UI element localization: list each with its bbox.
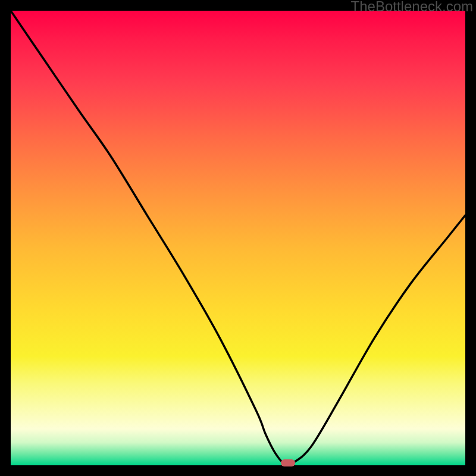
curve-path [11, 11, 465, 465]
plot-area [11, 11, 465, 465]
bottleneck-curve [11, 11, 465, 465]
watermark-text: TheBottleneck.com [351, 0, 473, 15]
optimal-point-marker [281, 459, 295, 466]
chart-frame: TheBottleneck.com [0, 0, 476, 476]
